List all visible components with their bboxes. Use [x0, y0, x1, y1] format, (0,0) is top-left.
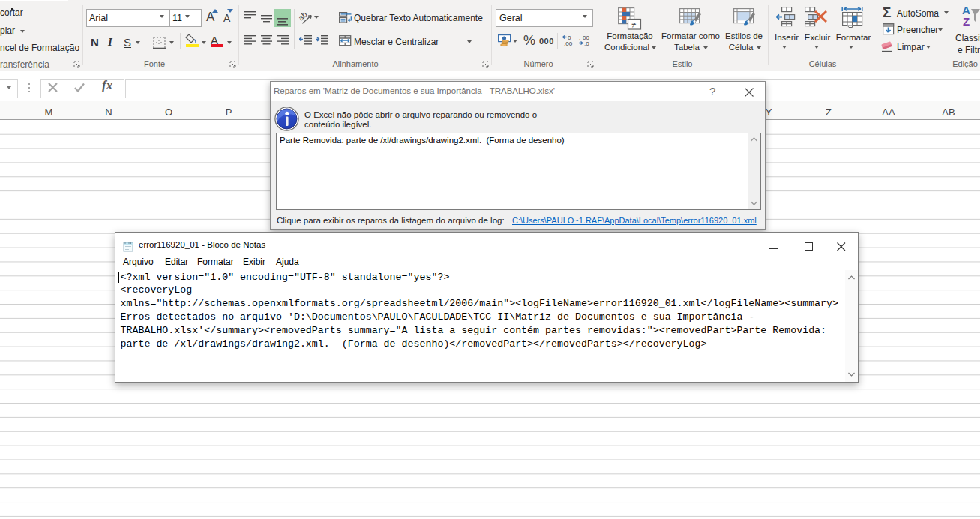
- svg-text:,: ,: [579, 34, 580, 41]
- svg-text:ab: ab: [298, 10, 309, 22]
- svg-text:,00: ,00: [564, 40, 573, 47]
- svg-text:,0: ,0: [584, 40, 589, 47]
- svg-text:≠: ≠: [631, 20, 636, 29]
